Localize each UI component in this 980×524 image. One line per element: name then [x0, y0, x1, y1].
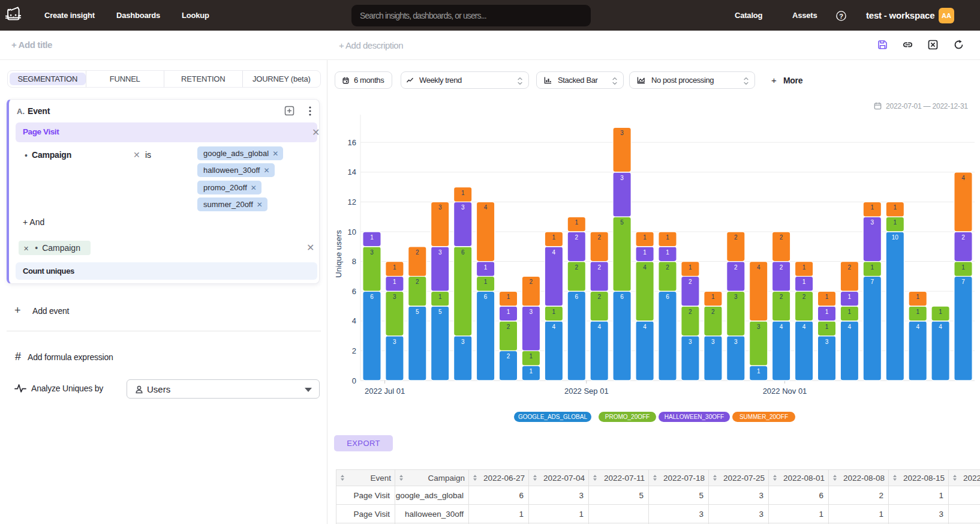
svg-text:1: 1	[666, 249, 669, 256]
svg-text:6: 6	[620, 294, 624, 300]
svg-text:1: 1	[711, 294, 715, 300]
svg-text:4: 4	[961, 175, 965, 181]
svg-text:Unique users: Unique users	[334, 230, 343, 278]
svg-text:2: 2	[507, 324, 510, 330]
svg-text:2: 2	[530, 279, 533, 285]
svg-text:14: 14	[348, 167, 356, 176]
svg-text:1: 1	[871, 264, 874, 271]
svg-text:1: 1	[552, 309, 556, 315]
svg-text:4: 4	[780, 324, 783, 330]
svg-text:1: 1	[575, 219, 579, 226]
svg-text:3: 3	[757, 324, 760, 330]
svg-text:1: 1	[848, 294, 852, 300]
svg-text:3: 3	[438, 249, 442, 256]
svg-text:4: 4	[552, 249, 556, 256]
svg-text:1: 1	[916, 309, 919, 315]
svg-text:1: 1	[871, 204, 874, 211]
svg-text:?: ?	[839, 13, 843, 20]
svg-text:2022 Nov 01: 2022 Nov 01	[763, 387, 807, 396]
svg-text:2: 2	[780, 264, 783, 271]
svg-text:1: 1	[825, 309, 829, 315]
svg-text:2: 2	[848, 264, 852, 271]
svg-text:1: 1	[689, 264, 692, 271]
svg-text:2: 2	[961, 234, 965, 241]
svg-text:2: 2	[416, 279, 419, 285]
svg-text:2: 2	[734, 234, 738, 241]
svg-text:2: 2	[780, 294, 783, 300]
svg-text:1: 1	[802, 279, 806, 285]
svg-text:3: 3	[711, 339, 715, 345]
svg-text:3: 3	[734, 339, 738, 345]
svg-text:3: 3	[393, 294, 396, 300]
svg-text:3: 3	[438, 204, 442, 211]
svg-text:2: 2	[666, 264, 669, 271]
svg-text:1: 1	[530, 353, 533, 360]
svg-text:1: 1	[825, 294, 829, 300]
svg-text:1: 1	[757, 368, 760, 375]
svg-text:2022 Sep 01: 2022 Sep 01	[564, 387, 609, 396]
svg-text:1: 1	[643, 234, 647, 241]
svg-text:1: 1	[484, 279, 488, 285]
svg-text:7: 7	[871, 279, 874, 285]
svg-text:10: 10	[892, 234, 899, 241]
svg-text:6: 6	[352, 287, 356, 296]
svg-text:1: 1	[507, 294, 510, 300]
svg-text:6: 6	[575, 294, 579, 300]
svg-text:2: 2	[507, 353, 510, 360]
svg-text:6: 6	[666, 294, 669, 300]
svg-text:2: 2	[352, 346, 356, 355]
svg-text:4: 4	[643, 324, 647, 330]
svg-text:3: 3	[620, 130, 624, 136]
svg-text:4: 4	[352, 316, 356, 325]
svg-text:4: 4	[916, 324, 919, 330]
svg-text:2: 2	[575, 264, 579, 271]
svg-text:2: 2	[711, 309, 715, 315]
svg-text:3: 3	[461, 204, 465, 211]
svg-text:1: 1	[643, 249, 647, 256]
svg-text:1: 1	[393, 264, 396, 271]
svg-text:4: 4	[757, 264, 760, 271]
svg-text:16: 16	[348, 138, 356, 147]
svg-text:2: 2	[780, 234, 783, 241]
svg-text:12: 12	[348, 197, 356, 206]
svg-text:5: 5	[416, 309, 419, 315]
svg-text:3: 3	[871, 219, 874, 226]
svg-text:3: 3	[689, 339, 692, 345]
svg-text:2: 2	[802, 294, 806, 300]
svg-text:4: 4	[939, 324, 942, 330]
svg-text:2: 2	[575, 234, 579, 241]
svg-text:3: 3	[620, 175, 624, 181]
svg-text:2: 2	[734, 264, 738, 271]
svg-text:1: 1	[848, 309, 852, 315]
svg-text:1: 1	[461, 190, 465, 196]
svg-text:1: 1	[530, 368, 533, 375]
svg-text:4: 4	[597, 324, 601, 330]
svg-text:0: 0	[352, 376, 356, 385]
svg-text:1: 1	[894, 204, 897, 211]
svg-text:2: 2	[689, 279, 692, 285]
svg-text:1: 1	[393, 279, 396, 285]
svg-text:6: 6	[370, 294, 374, 300]
svg-text:4: 4	[552, 324, 556, 330]
svg-text:1: 1	[802, 264, 806, 271]
svg-text:4: 4	[848, 324, 852, 330]
svg-text:3: 3	[393, 339, 396, 345]
svg-text:1: 1	[370, 234, 374, 241]
svg-text:5: 5	[438, 309, 442, 315]
svg-text:1: 1	[825, 324, 829, 330]
svg-text:4: 4	[484, 204, 488, 211]
svg-text:1: 1	[961, 264, 965, 271]
svg-text:4: 4	[643, 264, 647, 271]
svg-text:1: 1	[666, 234, 669, 241]
svg-text:2: 2	[416, 249, 419, 256]
svg-text:3: 3	[370, 249, 374, 256]
svg-text:3: 3	[530, 309, 533, 315]
svg-text:6: 6	[484, 294, 488, 300]
svg-text:1: 1	[894, 219, 897, 226]
svg-text:10: 10	[348, 227, 356, 236]
svg-text:3: 3	[461, 339, 465, 345]
svg-text:5: 5	[620, 219, 624, 226]
svg-text:1: 1	[916, 294, 919, 300]
svg-text:1: 1	[438, 294, 442, 300]
svg-text:3: 3	[825, 339, 829, 345]
